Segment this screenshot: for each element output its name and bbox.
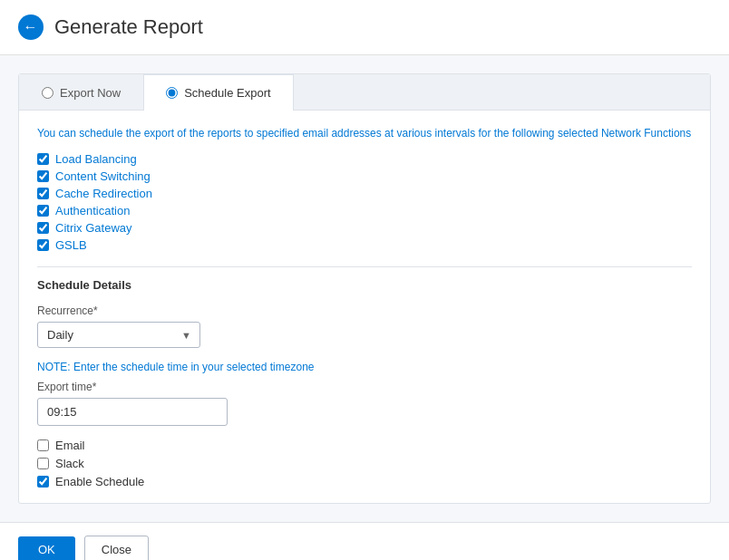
citrix-gateway-checkbox[interactable] — [37, 222, 49, 234]
email-checkbox[interactable] — [37, 439, 49, 451]
list-item: Email — [37, 439, 692, 452]
section-divider — [37, 266, 692, 267]
enable-schedule-checkbox[interactable] — [37, 476, 49, 488]
list-item: Load Balancing — [37, 152, 692, 166]
email-label[interactable]: Email — [55, 439, 85, 452]
list-item: Authentication — [37, 204, 692, 217]
recurrence-group: Recurrence* Daily Weekly Monthly ▼ — [37, 304, 692, 348]
close-button[interactable]: Close — [84, 536, 149, 560]
export-time-input[interactable] — [37, 398, 228, 426]
page-title: Generate Report — [54, 15, 203, 39]
gslb-label[interactable]: GSLB — [55, 238, 87, 252]
ok-button[interactable]: OK — [18, 536, 75, 560]
export-time-label: Export time* — [37, 381, 692, 393]
cache-redirection-label[interactable]: Cache Redirection — [55, 187, 152, 200]
footer-bar: OK Close — [0, 522, 729, 560]
slack-label[interactable]: Slack — [55, 457, 84, 470]
note-text: NOTE: Enter the schedule time in your se… — [37, 361, 692, 373]
list-item: Content Switching — [37, 169, 692, 183]
tab-export-now[interactable]: Export Now — [19, 74, 143, 111]
recurrence-select[interactable]: Daily Weekly Monthly — [37, 322, 200, 348]
info-text: You can schedule the export of the repor… — [37, 125, 692, 141]
back-arrow-icon: ← — [24, 20, 38, 34]
enable-schedule-label[interactable]: Enable Schedule — [55, 475, 144, 488]
list-item: Slack — [37, 457, 692, 470]
page-container: ← Generate Report Export Now Schedule Ex… — [0, 0, 729, 560]
page-header: ← Generate Report — [0, 0, 729, 55]
schedule-export-radio[interactable] — [166, 87, 178, 99]
tabs-bar: Export Now Schedule Export — [19, 74, 710, 111]
recurrence-select-wrapper: Daily Weekly Monthly ▼ — [37, 322, 200, 348]
content-switching-checkbox[interactable] — [37, 170, 49, 182]
load-balancing-checkbox[interactable] — [37, 153, 49, 165]
report-card: Export Now Schedule Export You can sched… — [18, 73, 711, 504]
list-item: Cache Redirection — [37, 187, 692, 200]
list-item: GSLB — [37, 238, 692, 252]
citrix-gateway-label[interactable]: Citrix Gateway — [55, 221, 132, 235]
network-functions-list: Load Balancing Content Switching Cache R… — [37, 152, 692, 252]
tab-schedule-export-label: Schedule Export — [184, 86, 270, 100]
cache-redirection-checkbox[interactable] — [37, 188, 49, 199]
card-body: You can schedule the export of the repor… — [19, 111, 710, 503]
notification-options: Email Slack Enable Schedule — [37, 439, 692, 488]
tab-schedule-export[interactable]: Schedule Export — [143, 74, 293, 111]
tab-export-now-label: Export Now — [60, 86, 121, 100]
load-balancing-label[interactable]: Load Balancing — [55, 152, 137, 166]
authentication-checkbox[interactable] — [37, 205, 49, 217]
export-time-group: Export time* — [37, 381, 692, 426]
content-switching-label[interactable]: Content Switching — [55, 169, 151, 183]
list-item: Citrix Gateway — [37, 221, 692, 235]
slack-checkbox[interactable] — [37, 458, 49, 469]
schedule-details-title: Schedule Details — [37, 278, 692, 292]
gslb-checkbox[interactable] — [37, 239, 49, 251]
recurrence-label: Recurrence* — [37, 304, 692, 317]
list-item: Enable Schedule — [37, 475, 692, 488]
back-button[interactable]: ← — [18, 14, 44, 40]
export-now-radio[interactable] — [42, 87, 53, 99]
authentication-label[interactable]: Authentication — [55, 204, 130, 217]
main-content: Export Now Schedule Export You can sched… — [0, 55, 729, 522]
